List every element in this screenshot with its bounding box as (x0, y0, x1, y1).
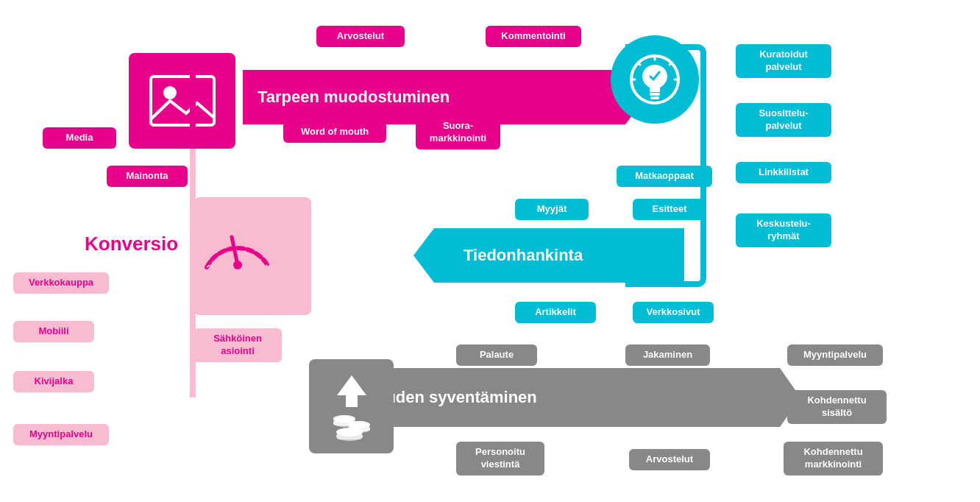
badge-kivijalka: Kivijalka (13, 371, 94, 392)
badge-mobiili: Mobiili (13, 321, 94, 342)
badge-suosittelupalvelut: Suosittelu- palvelut (736, 103, 831, 137)
magenta-vline-top (190, 70, 196, 129)
badge-verkkokauppa: Verkkokauppa (13, 272, 109, 294)
badge-arvostelut-bottom: Arvostelut (629, 449, 710, 470)
svg-rect-3 (650, 93, 660, 96)
badge-esitteet: Esitteet (633, 199, 706, 220)
tiedonhankinta-arrow: Tiedonhankinta (434, 228, 684, 283)
tiedonhankinta-label: Tiedonhankinta (464, 246, 583, 265)
money-box (309, 359, 394, 453)
badge-suoramarkkinointi: Suora- markkinointi (416, 116, 500, 149)
badge-personoitu-viestinta: Personoitu viestintä (456, 442, 544, 476)
svg-rect-4 (650, 96, 659, 99)
badge-sahkoinen-asiointi: Sähköinen asiointi (193, 328, 282, 362)
badge-arvostelut-top: Arvostelut (316, 26, 405, 47)
svg-point-20 (333, 415, 355, 423)
konversio-box (193, 197, 311, 315)
badge-myyntipalvelu-left: Myyntipalvelu (13, 424, 109, 445)
svg-point-1 (163, 86, 177, 99)
badge-myyntipalvelu-top: Myyntipalvelu (787, 344, 883, 366)
badge-myyjat: Myyjät (515, 199, 589, 220)
svg-line-8 (638, 63, 640, 65)
svg-marker-17 (337, 375, 366, 407)
konversio-label: Konversio (85, 233, 178, 255)
badge-artikkelit: Artikkelit (515, 302, 596, 323)
badge-jakaminen: Jakaminen (625, 344, 710, 366)
svg-point-23 (348, 421, 370, 428)
badge-palaute: Palaute (456, 344, 537, 366)
badge-matkaoppaat: Matkaoppaat (617, 166, 712, 187)
badge-verkkosivut: Verkkosivut (633, 302, 714, 323)
svg-rect-0 (151, 77, 214, 125)
badge-kohdennettu-markkinointi: Kohdennettu markkinointi (784, 442, 883, 476)
svg-point-26 (336, 428, 363, 436)
badge-kohdennettu-sisalto: Kohdennettu sisältö (787, 390, 887, 424)
svg-point-11 (233, 261, 242, 269)
badge-word-of-mouth: Word of mouth (283, 121, 386, 143)
badge-mainonta: Mainonta (107, 166, 188, 187)
badge-keskusteluryhmät: Keskustelu- ryhmät (736, 213, 831, 247)
badge-linkkilistat: Linkkilistat (736, 162, 831, 183)
badge-media: Media (43, 127, 116, 149)
badge-kuratoidut-palvelut: Kuratoidut palvelut (736, 44, 831, 78)
tarpeen-muodostuminen-label: Tarpeen muodostuminen (258, 88, 450, 107)
bulb-circle (611, 35, 699, 124)
badge-kommentointi: Kommentointi (486, 26, 581, 47)
image-placeholder (129, 53, 235, 149)
svg-line-6 (670, 63, 672, 65)
diagram: Tarpeen muodostuminen Tiedonhankinta Kon… (0, 0, 980, 502)
